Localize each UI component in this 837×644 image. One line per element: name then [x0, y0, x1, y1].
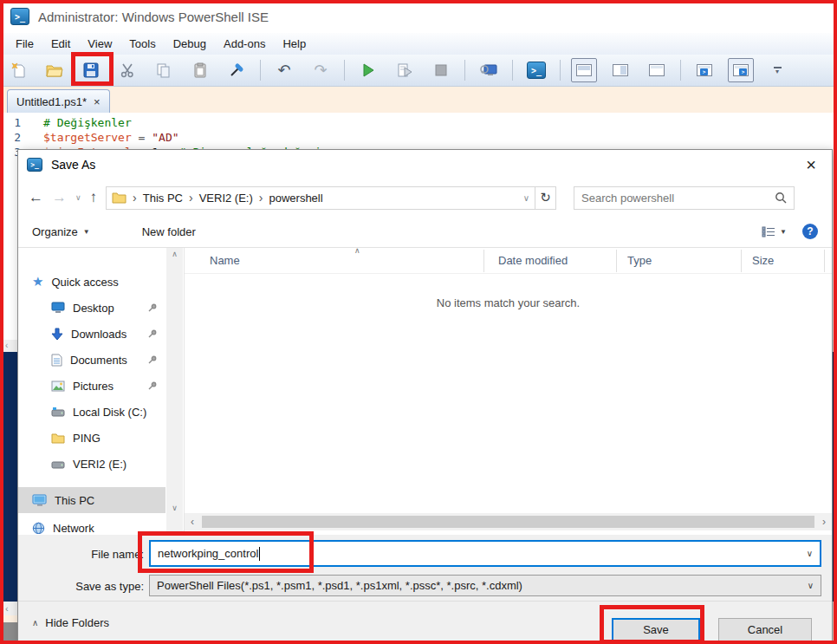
help-button[interactable]: ? — [802, 224, 818, 239]
tab-untitled1[interactable]: Untitled1.ps1* × — [7, 89, 110, 113]
new-powershell-tab-icon[interactable]: > — [691, 58, 717, 82]
sidebar-item-network[interactable]: Network — [18, 515, 165, 534]
column-size[interactable]: Size — [752, 254, 774, 267]
sidebar-item-quick-access[interactable]: ★ Quick access — [18, 269, 165, 295]
save-script-icon[interactable] — [78, 58, 104, 82]
toolbar-options-icon[interactable]: ▾ — [764, 58, 790, 82]
breadcrumb-dropdown-icon[interactable]: ∨ — [523, 193, 529, 203]
refresh-button[interactable]: ↻ — [535, 186, 556, 210]
back-icon[interactable]: ← — [29, 189, 43, 206]
up-icon[interactable]: ↑ — [90, 189, 98, 206]
download-arrow-icon — [51, 328, 63, 341]
code-line-1: 1# Değişkenler — [2, 115, 835, 130]
sidebar-item-local-disk-c[interactable]: Local Disk (C:) — [18, 399, 165, 425]
sidebar-item-downloads[interactable]: Downloads — [18, 321, 165, 347]
sidebar-item-this-pc[interactable]: This PC — [18, 487, 165, 513]
sidebar-item-desktop[interactable]: Desktop — [18, 295, 165, 321]
breadcrumb-separator-icon: › — [189, 191, 193, 205]
menu-addons[interactable]: Add-ons — [215, 35, 274, 53]
scroll-down-icon[interactable]: ∨ — [166, 502, 183, 515]
sidebar-item-label: This PC — [55, 494, 94, 507]
column-divider[interactable] — [824, 250, 825, 272]
column-divider[interactable] — [616, 250, 617, 272]
scrollbar-thumb[interactable] — [202, 516, 814, 528]
start-powershell-icon[interactable]: >_ — [523, 58, 549, 82]
cancel-button[interactable]: Cancel — [718, 618, 812, 642]
undo-icon[interactable]: ↶ — [271, 58, 297, 82]
document-icon — [51, 354, 62, 367]
column-type[interactable]: Type — [627, 254, 652, 267]
new-remote-powershell-tab-icon[interactable] — [476, 58, 502, 82]
ise-toolbar: ↶ ↷ >_ > > ▾ — [0, 55, 837, 87]
sidebar-item-veri2[interactable]: VERI2 (E:) — [18, 451, 165, 477]
change-view-button[interactable]: ▼ — [762, 226, 787, 237]
show-script-pane-icon[interactable]: > — [728, 58, 754, 82]
sidebar-item-documents[interactable]: Documents — [18, 347, 165, 373]
powershell-icon: >_ — [527, 62, 546, 79]
new-folder-button[interactable]: New folder — [142, 225, 196, 238]
new-script-icon[interactable] — [5, 58, 31, 82]
menu-tools[interactable]: Tools — [120, 35, 164, 53]
run-selection-icon[interactable] — [392, 58, 418, 82]
column-divider[interactable] — [741, 250, 742, 272]
organize-button[interactable]: Organize ▼ — [32, 225, 90, 238]
paste-icon[interactable] — [187, 58, 213, 82]
dialog-navigation-bar: ← → ∨ ↑ › This PC › VERI2 (E:) › powersh… — [18, 181, 832, 214]
menu-debug[interactable]: Debug — [165, 35, 215, 53]
cut-icon[interactable] — [114, 58, 140, 82]
run-script-icon[interactable] — [355, 58, 381, 82]
breadcrumb-veri2[interactable]: VERI2 (E:) — [199, 192, 253, 205]
scroll-left-icon[interactable]: ‹ — [185, 516, 200, 528]
pin-icon — [147, 355, 157, 365]
show-script-pane-right-icon[interactable] — [607, 58, 633, 82]
hide-folders-button[interactable]: ∧ Hide Folders — [32, 616, 109, 629]
save-as-type-dropdown-icon[interactable]: ∨ — [808, 581, 814, 590]
dialog-powershell-icon: >_ — [27, 158, 42, 172]
column-name[interactable]: Name — [210, 254, 240, 267]
menu-file[interactable]: File — [7, 35, 42, 53]
save-as-type-select[interactable]: PowerShell Files(*.ps1, *.psm1, *.psd1, … — [149, 575, 821, 596]
scroll-up-icon[interactable]: ∧ — [166, 248, 183, 261]
globe-icon — [32, 522, 45, 535]
toolbar-separator — [512, 60, 513, 81]
forward-icon[interactable]: → — [52, 189, 67, 206]
save-as-type-value: PowerShell Files(*.ps1, *.psm1, *.psd1, … — [157, 579, 522, 592]
list-horizontal-scrollbar[interactable]: ‹ › — [185, 513, 832, 530]
dialog-close-icon[interactable]: × — [799, 155, 823, 175]
dialog-content: ★ Quick access Desktop Downloads Documen… — [18, 248, 832, 534]
desktop-edge — [0, 622, 17, 644]
file-name-value: networkping_control — [158, 547, 258, 560]
breadcrumb[interactable]: › This PC › VERI2 (E:) › powershell ∨ — [106, 186, 535, 210]
dialog-title-bar: >_ Save As × — [18, 150, 832, 179]
clear-console-pane-icon[interactable] — [224, 58, 250, 82]
show-script-pane-top-icon[interactable] — [571, 58, 597, 82]
recent-locations-icon[interactable]: ∨ — [75, 193, 81, 202]
pin-icon — [147, 303, 157, 313]
search-box[interactable] — [574, 186, 795, 210]
sidebar-item-ping[interactable]: PING — [18, 425, 165, 451]
file-name-dropdown-icon[interactable]: ∨ — [807, 549, 813, 558]
menu-view[interactable]: View — [79, 35, 120, 53]
scroll-right-icon[interactable]: › — [816, 516, 832, 528]
column-divider[interactable] — [483, 250, 484, 272]
menu-help[interactable]: Help — [274, 35, 315, 53]
breadcrumb-powershell[interactable]: powershell — [269, 192, 322, 205]
tab-close-icon[interactable]: × — [94, 95, 101, 108]
monitor-icon — [51, 302, 65, 314]
show-script-pane-maximized-icon[interactable] — [644, 58, 670, 82]
sidebar-scrollbar[interactable]: ∧ ∨ — [166, 248, 183, 534]
menu-edit[interactable]: Edit — [42, 35, 79, 53]
breadcrumb-this-pc[interactable]: This PC — [143, 192, 183, 205]
refresh-icon: ↻ — [540, 190, 551, 205]
search-input[interactable] — [581, 192, 775, 205]
copy-icon[interactable] — [151, 58, 177, 82]
column-date-modified[interactable]: Date modified — [498, 254, 568, 267]
open-script-icon[interactable] — [42, 58, 68, 82]
stop-operation-icon[interactable] — [428, 58, 454, 82]
sidebar-item-label: Desktop — [73, 302, 114, 315]
sidebar-item-pictures[interactable]: Pictures — [18, 373, 165, 399]
redo-icon[interactable]: ↷ — [308, 58, 334, 82]
breadcrumb-separator-icon: › — [133, 191, 137, 205]
file-name-input[interactable]: networkping_control ∨ — [149, 540, 821, 567]
save-button[interactable]: Save — [612, 618, 700, 642]
